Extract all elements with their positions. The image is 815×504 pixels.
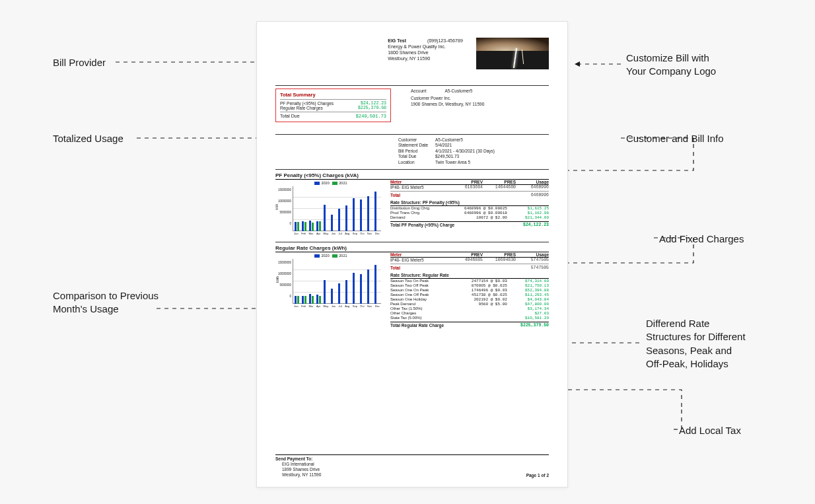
info-customer-k: Customer (398, 137, 435, 143)
rate-line: Distribution Dmg Chrg6460996 @ $0.00025$… (390, 206, 549, 211)
footer-l2: 1899 Shames Drive (275, 467, 549, 472)
callout-customer-info: Customer and Bill Info (626, 132, 724, 145)
pf-meter-block: Meter PREV PRES Usage IP40- EIG Meter5 6… (390, 180, 549, 238)
info-due-v: $249,501.73 (435, 154, 459, 159)
pf-rs-title: Rate Structure: PF Penalty (<95%) (390, 200, 549, 206)
provider-block: EIG Test (099)123-456789 Energy & Power … (388, 38, 463, 69)
legend-2020: 2020 (321, 181, 329, 185)
reg-chart: 2020 2021 kWh 150000001000000050000000 J… (275, 252, 386, 328)
rate-line: Season Two On Peak2477154 @ $0.03$74,314… (390, 279, 549, 283)
reg-meter-block: Meter PREV PRES Usage IP40- EIG Meter5 4… (390, 252, 549, 328)
pf-pres: 14644680 (483, 185, 516, 190)
info-stmt-k: Statement Date (398, 143, 435, 148)
reg-section-title: Regular Rate Charges (kWh) (275, 245, 549, 252)
pf-tot-chg-label: Total PF Penalty (<95%) Charge (390, 223, 523, 227)
rate-line: Season One Holiday202192 @ $0.02$4,043.8… (390, 297, 549, 302)
info-period-v: 4/1/2021 - 4/30/2021 (30 Days) (435, 149, 495, 154)
reg-total-usage: 5747505 (516, 266, 549, 270)
rate-line: State Tax (5.00%)$10,581.20 (390, 316, 549, 320)
rate-line: Season One Off Peak451738 @ $0.025$11,29… (390, 293, 549, 297)
bill-page: EIG Test (099)123-456789 Energy & Power … (256, 21, 568, 487)
reg-tot-chg-amt: $225,379.50 (520, 323, 549, 328)
pf-hdr-meter: Meter (390, 180, 450, 184)
reg-prev: 4946885 (450, 258, 483, 262)
reg-tot-chg-label: Total Regular Rate Charge (390, 323, 520, 328)
pf-tot-chg-amt: $24,122.23 (523, 223, 549, 227)
pf-usage: 6460996 (516, 185, 549, 190)
reg-pres: 10694830 (483, 258, 516, 262)
summary-td-label: Total Due (280, 114, 300, 119)
reg-rs-title: Rate Structure: Regular Rate (390, 273, 549, 279)
rate-line: Other Tax (1.50%)$3,174.34 (390, 306, 549, 311)
summary-td-amt: $249,501.73 (356, 114, 386, 119)
bill-footer: Send Payment To: EIG International 1899 … (275, 454, 549, 478)
summary-l2-amt: $225,379.50 (358, 106, 386, 110)
reg-usage: 5747505 (516, 258, 549, 262)
pf-chart: 2020 2021 kVA 150000001000000050000000 J… (275, 180, 386, 238)
bill-info-block: CustomerA5-Customer5 Statement Date5/4/2… (398, 134, 549, 170)
total-summary-box: Total Summary PF Penalty (<95%) Charges$… (275, 89, 391, 122)
pf-hdr-usage: Usage (516, 180, 549, 184)
pf-meter-name: IP40- EIG Meter5 (390, 185, 450, 190)
account-addr: 1900 Shames Dr, Westbury, NY 11590 (411, 102, 484, 107)
provider-phone: (099)123-456789 (427, 38, 463, 43)
company-logo (476, 38, 549, 69)
info-due-k: Total Due (398, 154, 435, 159)
footer-l3: Westbury, NY 11590 (275, 472, 549, 478)
rate-line: Demand10672 @ $2.00$21,344.00 (390, 215, 549, 220)
footer-title: Send Payment To: (275, 456, 549, 462)
rate-line: Prod Trans Chrg6460996 @ $0.00018$1,162.… (390, 211, 549, 215)
provider-addr1: 1800 Shames Drive (388, 50, 463, 55)
summary-l1-amt: $24,122.23 (361, 101, 386, 106)
pf-total-usage: 6460996 (516, 193, 549, 198)
rate-line: Season Two Off Peak870005 @ $0.025$21,75… (390, 283, 549, 288)
callout-add-fixed: Add Fixed Charges (659, 233, 744, 246)
account-id: A5-Customer5 (444, 89, 472, 93)
footer-l1: EIG International (275, 462, 549, 467)
reg-hdr-prev: PREV (450, 252, 483, 257)
info-stmt-v: 5/4/2021 (435, 143, 452, 148)
pf-section-title: PF Penalty (<95%) Charges (kVA) (275, 172, 549, 180)
reg-hdr-usage: Usage (516, 252, 549, 257)
pf-total-label: Total (390, 193, 450, 198)
summary-l2-label: Regular Rate Charges (280, 106, 323, 110)
callout-add-tax: Add Local Tax (679, 424, 741, 437)
callout-customize-logo: Customize Bill with Your Company Logo (626, 52, 716, 79)
provider-name: EIG Test (388, 38, 406, 43)
reg-hdr-pres: PRES (483, 252, 516, 257)
callout-comparison: Comparison to Previous Month's Usage (53, 289, 159, 316)
provider-addr2: Westbury, NY 11590 (388, 55, 463, 61)
legend-2020-b: 2020 (321, 254, 329, 258)
svg-marker-7 (575, 61, 580, 67)
info-loc-v: Twin Tower Area 5 (435, 160, 470, 165)
rate-line: Other Charges$27.03 (390, 311, 549, 316)
info-customer-v: A5-Customer5 (435, 137, 463, 143)
legend-2021-b: 2021 (339, 254, 347, 258)
summary-l1-label: PF Penalty (<95%) Charges (280, 101, 334, 106)
account-label: Account (411, 89, 444, 94)
bill-header: EIG Test (099)123-456789 Energy & Power … (275, 38, 549, 69)
provider-company: Energy & Power Quality Inc. (388, 44, 463, 50)
account-company: Customer Power Inc. (411, 96, 484, 101)
reg-total-label: Total (390, 266, 450, 270)
info-period-k: Bill Period (398, 149, 435, 154)
rate-line: Season One On Peak1746496 @ $0.03$52,394… (390, 288, 549, 293)
summary-title: Total Summary (280, 92, 386, 100)
pf-hdr-pres: PRES (483, 180, 516, 184)
page-number: Page 1 of 2 (526, 473, 549, 478)
rate-line: Peak Demand9560 @ $5.00$47,800.00 (390, 302, 549, 306)
reg-meter-name: IP40- EIG Meter5 (390, 258, 450, 262)
pf-prev: 6183684 (450, 185, 483, 190)
legend-2021: 2021 (339, 181, 347, 185)
account-block: Account A5-Customer5 Customer Power Inc.… (411, 89, 484, 122)
reg-hdr-meter: Meter (390, 252, 450, 257)
pf-hdr-prev: PREV (450, 180, 483, 184)
callout-totalized-usage: Totalized Usage (53, 132, 124, 145)
callout-bill-provider: Bill Provider (53, 56, 106, 69)
callout-rate-structures: Differend Rate Structures for Different … (646, 317, 746, 371)
info-loc-k: Location (398, 160, 435, 165)
